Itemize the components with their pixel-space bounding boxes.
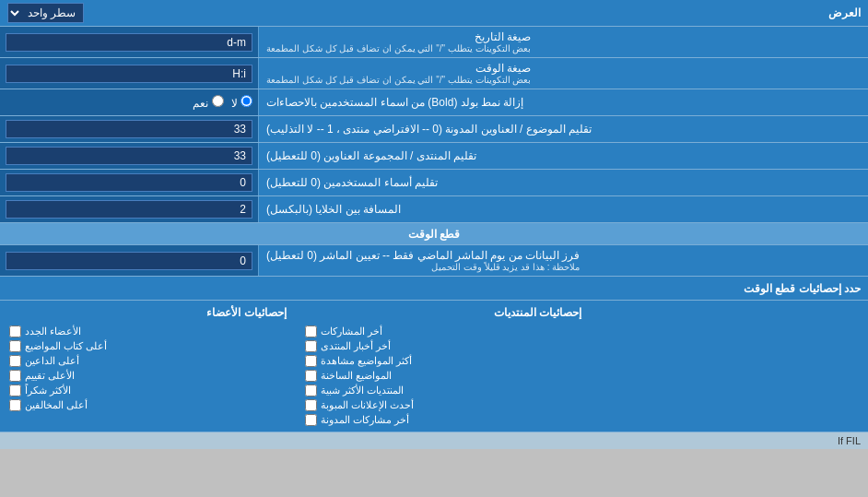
cutoff-input-cell	[0, 245, 258, 276]
checkbox-akthar-shokran[interactable]	[9, 385, 21, 396]
forum-topics-input-cell	[0, 143, 258, 169]
date-format-input[interactable]	[6, 33, 252, 52]
checkboxes-section: إحصائيات المنتديات أخر المشاركات أخر أخب…	[0, 301, 868, 432]
thread-topics-row: تقليم الموضوع / العناوين المدونة (0 -- ا…	[0, 116, 868, 143]
forum-topics-input[interactable]	[6, 147, 252, 165]
member-checkbox-2: أعلى كتاب المواضيع	[9, 340, 287, 352]
bold-remove-row: إزالة نمط بولد (Bold) من اسماء المستخدمي…	[0, 89, 868, 116]
cell-padding-input-cell	[0, 196, 258, 222]
forum-topics-label: تقليم المنتدى / المجموعة العناوين (0 للت…	[258, 143, 868, 169]
cutoff-row: فرز البيانات من يوم الماشر الماضي فقط --…	[0, 245, 868, 277]
member-checkbox-3: أعلى الداعين	[9, 355, 287, 367]
bold-radio-group: لا نعم	[193, 95, 252, 110]
display-label: العرض	[828, 6, 861, 19]
checkbox-montadayat-akthar[interactable]	[305, 385, 317, 396]
bold-yes-radio[interactable]	[212, 95, 224, 107]
checkbox-col-empty	[581, 306, 859, 426]
member-checkbox-1: الأعضاء الجدد	[9, 325, 287, 337]
bold-no-label[interactable]: لا	[231, 95, 252, 110]
bold-yes-label[interactable]: نعم	[193, 95, 223, 110]
bold-remove-label: إزالة نمط بولد (Bold) من اسماء المستخدمي…	[258, 89, 868, 115]
date-format-label: صيغة التاريخ بعض التكوينات يتطلب "/" الت…	[258, 27, 868, 57]
bold-no-radio[interactable]	[240, 95, 252, 107]
time-format-input[interactable]	[6, 65, 252, 83]
checkbox-a3la-kotab[interactable]	[9, 340, 21, 352]
checkbox-item-7: أخر مشاركات المدونة	[305, 414, 582, 426]
forum-topics-row: تقليم المنتدى / المجموعة العناوين (0 للت…	[0, 143, 868, 170]
bottom-text: If FIL	[838, 435, 861, 446]
cell-padding-row: المسافة بين الخلايا (بالبكسل)	[0, 196, 868, 223]
checkbox-item-6: أحدث الإعلانات المبوبة	[305, 399, 582, 411]
member-checkbox-4: الأعلى تقييم	[9, 370, 287, 382]
time-format-label: صيغة الوقت بعض التكوينات يتطلب "/" التي …	[258, 58, 868, 89]
checkbox-a3la-taqyem[interactable]	[9, 370, 21, 382]
cell-padding-input[interactable]	[6, 200, 252, 219]
date-format-input-cell	[0, 27, 258, 57]
checkbox-ahdath-e3lanat[interactable]	[305, 399, 317, 411]
checkbox-akhar-akhbar[interactable]	[305, 340, 317, 352]
checkbox-item-4: المواضيع الساخنة	[305, 370, 582, 382]
forum-stats-col: إحصائيات المنتديات أخر المشاركات أخر أخب…	[305, 306, 582, 426]
checkbox-a3la-da3en[interactable]	[9, 355, 21, 367]
cutoff-label: فرز البيانات من يوم الماشر الماضي فقط --…	[258, 245, 868, 276]
bold-remove-input-cell: لا نعم	[0, 89, 258, 115]
checkbox-akhar-mosharakat[interactable]	[305, 325, 317, 337]
date-format-row: صيغة التاريخ بعض التكوينات يتطلب "/" الت…	[0, 27, 868, 58]
usernames-label: تقليم أسماء المستخدمين (0 للتعطيل)	[258, 170, 868, 195]
checkbox-akhar-mosharakat-madwana[interactable]	[305, 414, 317, 426]
thread-topics-label: تقليم الموضوع / العناوين المدونة (0 -- ا…	[258, 116, 868, 142]
thread-topics-input[interactable]	[6, 120, 252, 138]
member-checkbox-5: الأكثر شكراً	[9, 385, 287, 396]
thread-topics-input-cell	[0, 116, 258, 142]
member-checkbox-6: أعلى المخالفين	[9, 399, 287, 411]
usernames-row: تقليم أسماء المستخدمين (0 للتعطيل)	[0, 170, 868, 196]
checkbox-item-5: المنتديات الأكثر شبية	[305, 385, 582, 396]
checkbox-item-1: أخر المشاركات	[305, 325, 582, 337]
checkbox-a3daa-jodod[interactable]	[9, 325, 21, 337]
bottom-bar: If FIL	[0, 432, 868, 449]
usernames-input[interactable]	[6, 173, 252, 192]
checkbox-mawadee3-sakhina[interactable]	[305, 370, 317, 382]
time-format-input-cell	[0, 58, 258, 89]
members-stats-col: إحصائيات الأعضاء الأعضاء الجدد أعلى كتاب…	[9, 306, 287, 426]
cell-padding-label: المسافة بين الخلايا (بالبكسل)	[258, 196, 868, 222]
checkbox-akthar-mawadee3[interactable]	[305, 355, 317, 367]
checkbox-item-3: أكثر المواضيع مشاهدة	[305, 355, 582, 367]
display-select[interactable]: سطر واحد سطرين ثلاثة أسطر	[7, 3, 84, 23]
time-format-row: صيغة الوقت بعض التكوينات يتطلب "/" التي …	[0, 58, 868, 89]
checkbox-item-2: أخر أخبار المنتدى	[305, 340, 582, 352]
cutoff-input[interactable]	[6, 252, 252, 270]
cutoff-section-header: قطع الوقت	[0, 223, 868, 245]
checkbox-a3la-mokhalifeen[interactable]	[9, 399, 21, 411]
limit-label: حدد إحصائيات قطع الوقت	[0, 278, 868, 299]
usernames-input-cell	[0, 170, 258, 195]
top-row: العرض سطر واحد سطرين ثلاثة أسطر	[0, 0, 868, 27]
limit-row: حدد إحصائيات قطع الوقت	[0, 277, 868, 301]
